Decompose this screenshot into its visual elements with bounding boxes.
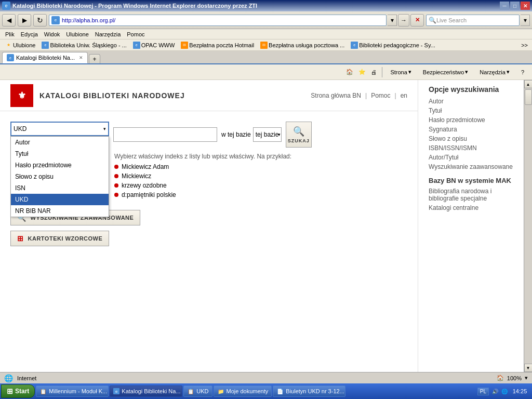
bullet-icon-3 (114, 183, 118, 188)
lang-button[interactable]: PL (477, 388, 489, 395)
search-input[interactable] (113, 127, 217, 142)
taskbar-ukd-label: UKD (196, 388, 208, 394)
kartoteki-label: KARTOTEKI WZORCOWE (28, 235, 103, 242)
tools-label: Narzędzia (480, 69, 506, 75)
favbar-more[interactable]: >> (519, 42, 530, 49)
nav-help[interactable]: Pomoc (371, 92, 390, 99)
example-item-1: Mickiewicz Adam (114, 162, 407, 171)
site-header: ⚜ KATALOGI BIBLIOTEKI NARODOWEJ Strona g… (0, 80, 418, 111)
rp-link-tytul[interactable]: Tytuł (429, 107, 522, 114)
scope-select[interactable]: tej bazie (253, 127, 282, 142)
rp-link-haslo[interactable]: Hasło przedmiotowe (429, 116, 522, 124)
millennium-icon: 📋 (39, 388, 47, 395)
site-nav: Strona główna BN | Pomoc | en (311, 92, 407, 99)
katalogi-icon: e (113, 388, 119, 394)
page-button[interactable]: Strona ▾ (387, 67, 415, 77)
dropdown-item-slowo[interactable]: Słowo z opisu (11, 171, 109, 182)
security-label: Bezpieczeństwo (423, 69, 464, 75)
menu-pomoc[interactable]: Pomoc (124, 30, 148, 38)
live-search-box[interactable]: 🔍 Live Search (426, 15, 520, 26)
taskbar-item-biuletyn[interactable]: 📄 Biuletyn UKD nr 3-12... (273, 385, 345, 397)
fav-ulubione-label: Ulubione (13, 42, 35, 48)
address-bar[interactable]: e http://alpha.bn.org.pl/ (49, 15, 387, 26)
scroll-down-button[interactable]: ▼ (524, 364, 533, 372)
search-type-dropdown[interactable]: UKD ▾ (10, 122, 109, 136)
fav-ulubione[interactable]: ★ Ulubione (2, 41, 38, 50)
rp-bazy-link-0[interactable]: Bibliografia narodowa i bibliografie spe… (429, 188, 522, 202)
browser-toolbar: 🏠 ⭐ 🖨 Strona ▾ Bezpieczeństwo ▾ Narzędzi… (0, 64, 532, 80)
stop-button[interactable]: ✕ (410, 14, 424, 26)
close-button[interactable]: ✕ (521, 2, 530, 10)
rp-link-isbn[interactable]: ISBN/ISSN/ISMN (429, 144, 522, 152)
fav-item-3[interactable]: ✉ Bezpłatna poczta Hotmail (178, 41, 257, 50)
live-search-dropdown[interactable]: ▾ (521, 15, 530, 26)
rp-link-autor[interactable]: Autor (429, 98, 522, 105)
dropdown-item-nrbibnar[interactable]: NR BIB NAR (11, 205, 109, 217)
fav-item-5[interactable]: e Biblioteki pedagogiczne - Sy... (348, 41, 438, 50)
maximize-button[interactable]: □ (510, 2, 520, 10)
tab-label: Katalogi Biblioteki Na... (16, 55, 75, 61)
fav-label-2: OPAC WWW (141, 42, 175, 48)
scroll-thumb[interactable] (525, 89, 532, 105)
example-label-4: d:pamiętniki polskie (122, 191, 176, 198)
example-item-4: d:pamiętniki polskie (114, 190, 407, 200)
menu-ulubione[interactable]: Ulubione (63, 30, 91, 38)
tab-katalogi[interactable]: e Katalogi Biblioteki Na... ✕ (2, 52, 88, 63)
ie-icon-1: e (42, 42, 49, 49)
menu-plik[interactable]: Plik (2, 30, 18, 38)
taskbar-item-millennium[interactable]: 📋 Millennium - Moduł K... (36, 385, 109, 397)
titlebar-buttons: ─ □ ✕ (500, 2, 530, 10)
taskbar-item-katalogi[interactable]: e Katalogi Biblioteki Na... (110, 385, 182, 397)
menu-edycja[interactable]: Edycja (18, 30, 41, 38)
tab-close[interactable]: ✕ (79, 55, 83, 60)
menu-narzedzia[interactable]: Narzędzia (92, 30, 124, 38)
security-button[interactable]: Bezpieczeństwo ▾ (419, 67, 472, 77)
ukd-icon: 📋 (187, 388, 194, 395)
scrollbar-right: ▲ ▼ (524, 80, 532, 372)
biuletyn-icon: 📄 (276, 388, 284, 395)
start-button[interactable]: ⊞ Start (1, 384, 35, 398)
dropdown-item-tytul[interactable]: Tytuł (11, 148, 109, 159)
new-tab-button[interactable]: + (89, 54, 100, 63)
dropdown-item-ukd[interactable]: UKD (11, 194, 109, 205)
dropdown-item-haslo[interactable]: Hasło przedmiotowe (11, 159, 109, 171)
fav-item-4[interactable]: ✉ Bezpłatna usługa pocztowa ... (258, 41, 347, 50)
search-glass-icon: 🔍 (429, 17, 436, 24)
search-button[interactable]: 🔍 SZUKAJ (286, 122, 312, 148)
rp-link-autortytul[interactable]: Autor/Tytuł (429, 154, 522, 161)
back-button[interactable]: ◀ (2, 14, 16, 26)
scope-prefix: w tej bazie (221, 131, 251, 138)
search-area: UKD ▾ Autor Tytuł Hasło przedmiotowe Sło… (0, 111, 418, 257)
status-zoom-dropdown[interactable]: ▾ (525, 375, 528, 381)
rp-link-advanced[interactable]: Wyszukiwanie zaawansowane (429, 163, 522, 170)
minimize-button[interactable]: ─ (500, 2, 509, 10)
search-button-label: SZUKAJ (288, 138, 310, 143)
help-button[interactable]: ? (517, 68, 528, 77)
logo-symbol: ⚜ (18, 90, 26, 101)
tools-button[interactable]: Narzędzia ▾ (476, 67, 513, 77)
taskbar-item-docs[interactable]: 📁 Moje dokumenty (214, 385, 272, 397)
rp-link-slowo[interactable]: Słowo z opisu (429, 135, 522, 142)
nav-home[interactable]: Strona główna BN (311, 92, 361, 99)
forward-button[interactable]: ▶ (18, 14, 31, 26)
address-dropdown[interactable]: ▾ (388, 15, 397, 26)
go-button[interactable]: → (398, 14, 409, 26)
nav-lang[interactable]: en (401, 92, 407, 99)
fav-item-2[interactable]: e OPAC WWW (130, 41, 178, 50)
rp-link-sygnatura[interactable]: Sygnatura (429, 126, 522, 133)
favbar: ★ Ulubione e Biblioteka Uniw. Śląskiego … (0, 39, 532, 51)
example-text: Wybierz właściwy indeks z listy lub wpis… (114, 153, 407, 160)
taskbar-right: PL 🔊 🌐 14:25 (475, 387, 531, 395)
dropdown-item-autor[interactable]: Autor (11, 137, 109, 148)
fav-item-1[interactable]: e Biblioteka Uniw. Śląskiego - ... (39, 41, 129, 50)
orange-icon-1: ✉ (181, 42, 188, 49)
rp-bazy-link-1[interactable]: Katalogi centralne (429, 204, 522, 211)
status-right: 🏠 100% ▾ (497, 375, 528, 381)
kartoteki-button[interactable]: ⊞ KARTOTEKI WZORCOWE (10, 231, 109, 246)
menu-widok[interactable]: Widok (41, 30, 63, 38)
taskbar-item-ukd[interactable]: 📋 UKD (183, 385, 212, 397)
scroll-up-button[interactable]: ▲ (524, 80, 533, 88)
bullet-icon-1 (114, 165, 118, 169)
dropdown-item-isn[interactable]: ISN (11, 182, 109, 194)
refresh-button[interactable]: ↻ (33, 14, 47, 26)
